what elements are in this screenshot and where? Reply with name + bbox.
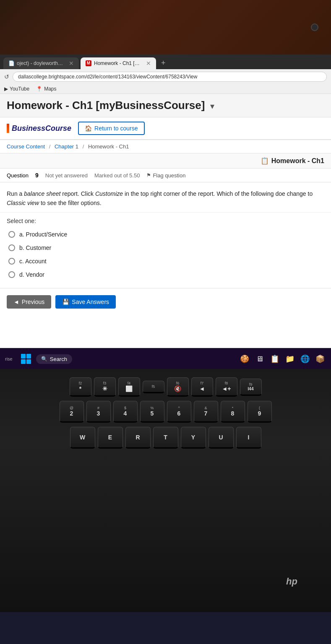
tab-favicon-1: 📄 xyxy=(8,60,14,66)
breadcrumb: Course Content / Chapter 1 / Homework - … xyxy=(0,140,331,153)
key-f9[interactable]: f9 I44 xyxy=(240,379,262,396)
key-f6[interactable]: f6 🔇 xyxy=(167,377,189,397)
radio-b[interactable] xyxy=(8,244,15,251)
tab-close-1[interactable]: ✕ xyxy=(69,60,74,67)
taskbar: rise 🔍 Search 🍪 🖥 📋 📁 🌐 📦 xyxy=(0,349,331,369)
home-icon: 🏠 xyxy=(85,125,92,132)
tab-close-2[interactable]: ✕ xyxy=(146,60,151,67)
question-body: Run a balance sheet report. Click Custom… xyxy=(0,182,331,213)
radio-c[interactable] xyxy=(8,258,15,265)
search-icon: 🔍 xyxy=(41,356,47,362)
key-u[interactable]: U xyxy=(209,427,234,449)
fn-key-row: f2 * f3 ✳ f4 ⬜ f5 f6 🔇 f7 ◄ xyxy=(70,377,262,397)
key-f3[interactable]: f3 ✳ xyxy=(94,377,116,397)
key-f7[interactable]: f7 ◄ xyxy=(191,377,213,397)
address-bar-row: ↺ xyxy=(0,69,331,84)
camera-dot xyxy=(311,23,318,31)
reload-icon[interactable]: ↺ xyxy=(4,73,9,80)
bookmark-maps[interactable]: 📍 Maps xyxy=(36,86,56,92)
key-9[interactable]: ( 9 xyxy=(248,401,272,423)
answer-options: a. Product/Service b. Customer c. Accoun… xyxy=(0,226,331,288)
option-c-label: c. Account xyxy=(19,258,47,265)
save-answers-button[interactable]: 💾 Save Answers xyxy=(55,295,116,309)
option-d-label: d. Vendor xyxy=(19,271,44,278)
key-f8[interactable]: f8 ◄+ xyxy=(216,377,237,397)
letter-key-row: W E R T Y U I xyxy=(70,427,261,449)
select-one-label: Select one: xyxy=(0,213,331,226)
taskbar-watermark: rise xyxy=(5,356,13,361)
maps-icon: 📍 xyxy=(36,86,42,92)
taskbar-icon-display[interactable]: 🖥 xyxy=(254,353,266,365)
taskbar-icon-browser[interactable]: 🌐 xyxy=(299,353,311,365)
key-2[interactable]: @ 2 xyxy=(60,401,84,423)
bc-logo-bar xyxy=(7,124,9,133)
taskbar-icon-cookie[interactable]: 🍪 xyxy=(239,353,250,365)
marked-out: Marked out of 5.50 xyxy=(94,172,140,179)
question-number: 9 xyxy=(35,172,39,179)
radio-a[interactable] xyxy=(8,231,15,238)
option-a[interactable]: a. Product/Service xyxy=(7,228,324,241)
taskbar-icons: 🍪 🖥 📋 📁 🌐 📦 xyxy=(239,353,326,365)
flag-question-button[interactable]: ⚑ Flag question xyxy=(146,172,185,179)
flag-icon: ⚑ xyxy=(146,172,151,178)
key-e[interactable]: E xyxy=(98,427,123,449)
tab-label-1: oject) - doyleworthy023© xyxy=(17,60,65,66)
taskbar-icon-dropbox[interactable]: 📦 xyxy=(314,353,326,365)
radio-d[interactable] xyxy=(8,271,15,278)
win-square-tr xyxy=(26,354,31,358)
page-title: Homework - Ch1 [myBusinessCourse] xyxy=(7,99,205,112)
win-square-bl xyxy=(21,359,26,364)
page-title-bar: Homework - Ch1 [myBusinessCourse] ▾ xyxy=(0,94,331,117)
key-f4[interactable]: f4 ⬜ xyxy=(118,377,140,397)
breadcrumb-sep-1: / xyxy=(49,143,51,150)
bookmark-youtube[interactable]: ▶ YouTube xyxy=(4,86,29,92)
dropdown-arrow-icon[interactable]: ▾ xyxy=(210,101,214,111)
option-d[interactable]: d. Vendor xyxy=(7,268,324,281)
breadcrumb-chapter[interactable]: Chapter 1 xyxy=(55,143,78,150)
key-t[interactable]: T xyxy=(153,427,178,449)
taskbar-search[interactable]: 🔍 Search xyxy=(36,354,72,364)
key-w[interactable]: W xyxy=(70,427,95,449)
tab-favicon-2: M xyxy=(86,60,91,66)
question-status: Not yet answered xyxy=(45,172,88,179)
taskbar-icon-clipboard[interactable]: 📋 xyxy=(269,353,281,365)
homework-title-badge: 📋 Homework - Ch1 xyxy=(261,157,324,165)
key-f2[interactable]: f2 * xyxy=(70,377,91,397)
prev-arrow-icon: ◄ xyxy=(13,299,19,305)
previous-button[interactable]: ◄ Previous xyxy=(7,295,51,309)
homework-title-row: 📋 Homework - Ch1 xyxy=(0,153,331,169)
hp-logo: hp xyxy=(286,576,297,587)
bc-logo: BusinessCourse xyxy=(7,124,71,133)
number-key-row: @ 2 # 3 $ 4 % 5 ^ 6 & 7 xyxy=(60,401,272,423)
question-label: Question xyxy=(7,172,29,179)
option-b[interactable]: b. Customer xyxy=(7,241,324,254)
nav-buttons: ◄ Previous 💾 Save Answers xyxy=(0,288,331,315)
tab-active[interactable]: M Homework - Ch1 [myBusinessC ✕ xyxy=(81,57,156,69)
key-8[interactable]: * 8 xyxy=(221,401,245,423)
youtube-icon: ▶ xyxy=(4,86,8,92)
key-5[interactable]: % 5 xyxy=(140,401,164,423)
return-to-course-button[interactable]: 🏠 Return to course xyxy=(78,122,145,135)
taskbar-icon-folder[interactable]: 📁 xyxy=(284,353,296,365)
option-a-label: a. Product/Service xyxy=(19,231,67,238)
tab-inactive[interactable]: 📄 oject) - doyleworthy023© ✕ xyxy=(3,57,79,69)
address-input[interactable] xyxy=(13,72,327,82)
key-r[interactable]: R xyxy=(125,427,151,449)
browser-chrome: 📄 oject) - doyleworthy023© ✕ M Homework … xyxy=(0,55,331,94)
tab-bar: 📄 oject) - doyleworthy023© ✕ M Homework … xyxy=(0,55,331,69)
windows-start-button[interactable] xyxy=(21,354,31,364)
key-i[interactable]: I xyxy=(236,427,261,449)
new-tab-button[interactable]: + xyxy=(158,57,169,69)
breadcrumb-current: Homework - Ch1 xyxy=(88,143,129,150)
camera-area xyxy=(0,0,331,55)
key-7[interactable]: & 7 xyxy=(194,401,218,423)
breadcrumb-course-content[interactable]: Course Content xyxy=(7,143,45,150)
key-3[interactable]: # 3 xyxy=(86,401,111,423)
key-4[interactable]: $ 4 xyxy=(113,401,138,423)
key-y[interactable]: Y xyxy=(181,427,206,449)
option-c[interactable]: c. Account xyxy=(7,254,324,268)
key-f5[interactable]: f5 xyxy=(143,381,164,393)
win-square-br xyxy=(26,359,31,364)
key-6[interactable]: ^ 6 xyxy=(167,401,191,423)
breadcrumb-sep-2: / xyxy=(83,143,84,150)
